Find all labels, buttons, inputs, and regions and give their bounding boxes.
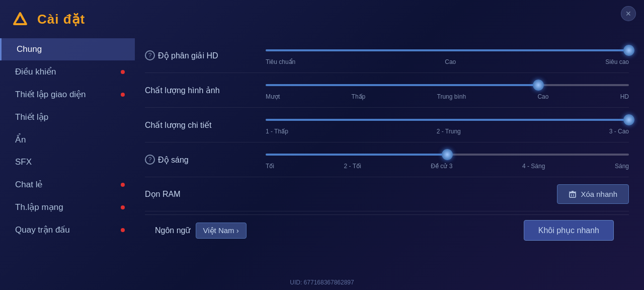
sidebar-label-chung: Chung (17, 44, 42, 54)
main-layout: Chung Điều khiển Thiết lập giao diện Thi… (0, 34, 644, 289)
sidebar-label-an: Ẩn (15, 134, 26, 145)
ngon-ngu-value: Việt Nam › (203, 226, 239, 235)
brightness-row: ? Độ sáng Tối 2 - Tối Đề cử 3 4 - S (145, 142, 629, 177)
sidebar-item-dieu-khien[interactable]: Điều khiển (0, 60, 135, 83)
trash-icon (569, 190, 577, 198)
svg-rect-0 (570, 193, 576, 197)
logo-icon (10, 9, 30, 29)
hd-slider-track (266, 49, 629, 51)
sidebar-label-sfx: SFX (15, 157, 32, 167)
iq-slider-thumb[interactable] (533, 80, 544, 91)
sidebar: Chung Điều khiển Thiết lập giao diện Thi… (0, 34, 135, 289)
hd-resolution-label: ? Độ phân giải HD (145, 50, 256, 60)
br-slider-track-wrap[interactable] (266, 150, 629, 160)
help-icon-brightness[interactable]: ? (145, 155, 155, 165)
sidebar-label-th-lap-mang: Th.lập mạng (15, 202, 63, 212)
image-quality-row: Chất lượng hình ảnh Mượt Thấp Trung bình… (145, 73, 629, 108)
notification-dot (121, 93, 125, 97)
sidebar-label-thiet-lap-giao-dien: Thiết lập giao diện (15, 89, 86, 100)
dq-slider-thumb[interactable] (623, 114, 634, 125)
brightness-label: ? Độ sáng (145, 155, 256, 165)
ram-label: Dọn RAM (145, 189, 256, 199)
image-quality-slider[interactable]: Mượt Thấp Trung bình Cao HD (266, 80, 629, 100)
notification-dot (121, 183, 125, 187)
notification-dot (121, 205, 125, 209)
br-slider-thumb[interactable] (442, 149, 453, 160)
header: Cài đặt (0, 0, 644, 34)
settings-inner: ? Độ phân giải HD Tiêu chuẩn Cao Siêu ca… (145, 38, 629, 246)
xoa-nhanh-label: Xóa nhanh (581, 190, 617, 198)
ngon-ngu-wrap: Ngôn ngữ Việt Nam › (155, 223, 247, 239)
br-slider-fill (266, 154, 447, 156)
dq-slider-track (266, 119, 629, 121)
khoi-phuc-button[interactable]: Khôi phục nhanh (524, 220, 614, 241)
iq-slider-labels: Mượt Thấp Trung bình Cao HD (266, 93, 629, 100)
notification-dot (121, 70, 125, 74)
detail-quality-label: Chất lượng chi tiết (145, 120, 256, 130)
sidebar-item-chat-le[interactable]: Chat lẻ (0, 173, 135, 196)
uid-text: UID: 677168367862897 (290, 279, 354, 286)
page-title: Cài đặt (37, 12, 85, 27)
sidebar-label-chat-le: Chat lẻ (15, 179, 42, 190)
detail-quality-row: Chất lượng chi tiết 1 - Thấp 2 - Trung 3… (145, 108, 629, 142)
sidebar-item-chung[interactable]: Chung (0, 38, 135, 60)
iq-slider-track (266, 84, 629, 86)
bottom-bar: Ngôn ngữ Việt Nam › Khôi phục nhanh (145, 214, 629, 246)
iq-slider-fill (266, 84, 538, 86)
help-icon-hd[interactable]: ? (145, 50, 155, 60)
br-slider-track (266, 154, 629, 156)
hd-slider-fill (266, 49, 629, 51)
dq-slider-labels: 1 - Thấp 2 - Trung 3 - Cao (266, 128, 629, 135)
sidebar-item-thiet-lap-giao-dien[interactable]: Thiết lập giao diện (0, 83, 135, 106)
hd-resolution-slider[interactable]: Tiêu chuẩn Cao Siêu cao (266, 45, 629, 65)
notification-dot (121, 228, 125, 232)
sidebar-item-quay-tran-dau[interactable]: Quay trận đấu (0, 219, 135, 241)
dq-slider-fill (266, 119, 629, 121)
br-slider-labels: Tối 2 - Tối Đề cử 3 4 - Sáng Sáng (266, 163, 629, 170)
close-button[interactable]: ✕ (621, 6, 636, 21)
sidebar-item-th-lap-mang[interactable]: Th.lập mạng (0, 196, 135, 219)
sidebar-label-quay-tran-dau: Quay trận đấu (15, 225, 70, 235)
sidebar-label-thiet-lap: Thiết lập (15, 112, 48, 122)
image-quality-label: Chất lượng hình ảnh (145, 86, 256, 95)
xoa-nhanh-button[interactable]: Xóa nhanh (557, 184, 629, 204)
sidebar-item-sfx[interactable]: SFX (0, 151, 135, 173)
dq-slider-track-wrap[interactable] (266, 115, 629, 125)
ngon-ngu-prefix: Ngôn ngữ (155, 226, 191, 235)
hd-slider-thumb[interactable] (623, 45, 634, 56)
sidebar-item-thiet-lap[interactable]: Thiết lập (0, 106, 135, 128)
ram-row: Dọn RAM Xóa nhanh (145, 177, 629, 211)
hd-resolution-row: ? Độ phân giải HD Tiêu chuẩn Cao Siêu ca… (145, 38, 629, 73)
iq-slider-track-wrap[interactable] (266, 80, 629, 90)
sidebar-label-dieu-khien: Điều khiển (15, 66, 56, 77)
sidebar-item-an[interactable]: Ẩn (0, 128, 135, 151)
settings-content: ? Độ phân giải HD Tiêu chuẩn Cao Siêu ca… (135, 34, 644, 289)
brightness-slider[interactable]: Tối 2 - Tối Đề cử 3 4 - Sáng Sáng (266, 150, 629, 170)
hd-slider-track-wrap[interactable] (266, 45, 629, 55)
detail-quality-slider[interactable]: 1 - Thấp 2 - Trung 3 - Cao (266, 115, 629, 135)
khoi-phuc-label: Khôi phục nhanh (538, 226, 599, 235)
ngon-ngu-button[interactable]: Việt Nam › (196, 223, 247, 239)
hd-slider-labels: Tiêu chuẩn Cao Siêu cao (266, 58, 629, 65)
